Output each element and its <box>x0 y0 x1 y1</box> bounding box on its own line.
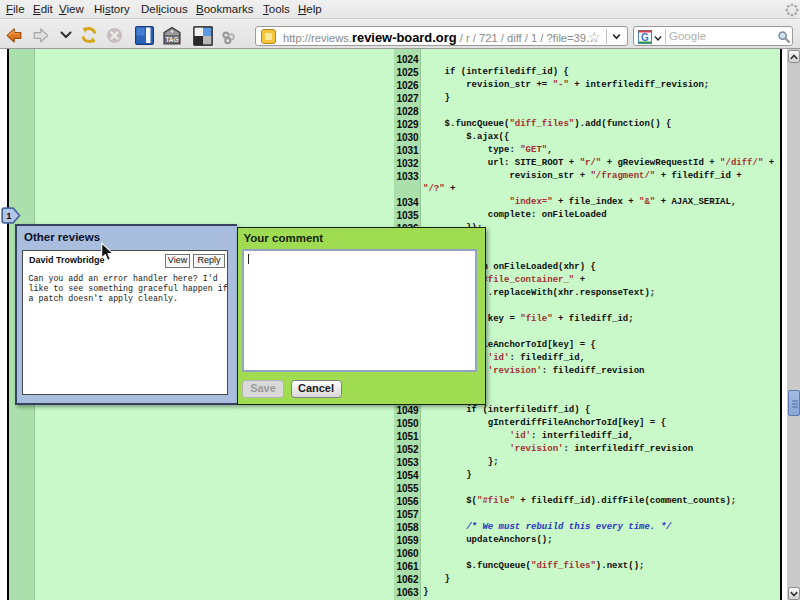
svg-text:G: G <box>641 32 649 43</box>
svg-text:TAG: TAG <box>165 36 178 43</box>
svg-text:1: 1 <box>6 210 12 221</box>
